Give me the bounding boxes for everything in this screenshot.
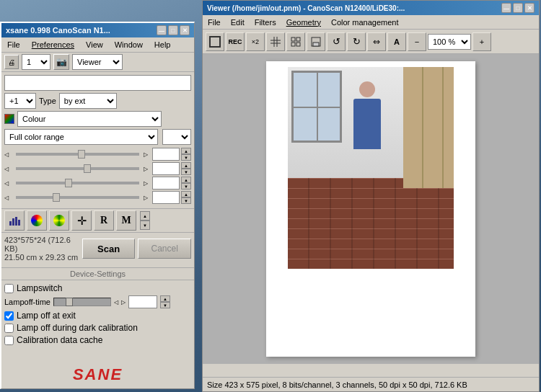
text-icon-btn[interactable]: R [94,210,114,231]
select-tool-btn[interactable] [206,32,224,51]
brightness-value-input[interactable]: 50 [152,148,180,161]
lampoff-spin-down[interactable]: ▼ [160,302,170,308]
shadow-left-arrow[interactable]: ◁ [4,195,12,201]
xsane-body: /home/jim/out.pnm +1 Type by ext Colour … [1,72,194,208]
menu-help[interactable]: Help [151,39,174,50]
gamma-spin-up[interactable]: ▲ [181,162,191,169]
menu-window[interactable]: Window [112,39,146,50]
lamp-off-dark-checkbox[interactable] [4,324,14,333]
viewer-mode-select[interactable]: Viewer Save Copy [72,54,123,70]
scan-image [288,67,454,269]
brightness-right-arrow[interactable]: ▷ [144,151,151,158]
flip-h-btn[interactable]: ⇔ [367,32,386,51]
contrast-spin-up[interactable]: ▲ [181,177,191,183]
viewer-minimize-button[interactable]: — [501,3,511,13]
shadow-value-input[interactable]: 0.0 [152,191,180,204]
viewer-menu-geometry[interactable]: Geometry [284,17,323,27]
grid2-btn[interactable] [286,32,305,51]
brightness-left-arrow[interactable]: ◁ [4,151,12,158]
zoom-x2-icon: ×2 [252,38,259,45]
save-icon [311,37,321,47]
lampoff-spin-up[interactable]: ▲ [160,295,170,302]
lampoff-left-arrow[interactable]: ◁ [114,299,118,306]
viewer-maximize-button[interactable]: □ [513,3,523,13]
cancel-button[interactable]: Cancel [138,239,191,259]
menu-file[interactable]: File [4,39,23,50]
gamma-value-input[interactable]: 1.00 [152,162,180,175]
color-select[interactable]: Colour [17,111,162,127]
scroll-down-btn[interactable]: ▼ [140,220,150,230]
icon-toolbar: ✛ R M ▲ ▼ [1,208,194,233]
size-info-section: 423*575*24 (712.6 KB) 21.50 cm x 29.23 c… [4,236,79,262]
brightness-row: ◁ ▷ 50 ▲ ▼ [4,148,191,161]
viewer-titlebar-buttons: — □ ✕ [501,3,535,13]
xsane-close-button[interactable]: ✕ [180,25,190,35]
lampoff-value-input[interactable]: 300 [128,295,157,308]
zoom-select[interactable]: 100 % 50 % 200 % [428,34,471,50]
gamma-spin-down[interactable]: ▼ [181,169,191,175]
lampoff-slider[interactable] [53,298,111,306]
camera-icon[interactable]: 📷 [53,54,69,70]
svg-rect-9 [291,37,295,41]
maximize-icon: □ [172,27,175,34]
script-icon-btn[interactable]: M [116,210,136,231]
increment-select[interactable]: +1 [4,93,36,109]
rotate-right-icon: ↻ [353,36,361,47]
lamp-off-dark-label: Lamp off during dark calibration [17,323,138,333]
zoom-out-btn[interactable]: − [408,32,426,51]
shadow-spin-up[interactable]: ▲ [181,191,191,197]
brightness-spin-down[interactable]: ▼ [181,154,191,161]
scanner-icon[interactable]: 🖨 [4,55,19,69]
lampswitch-checkbox[interactable] [4,284,14,293]
contrast-thumb[interactable] [65,179,72,187]
gamma-row: ◁ ▷ 1.00 ▲ ▼ [4,162,191,175]
svg-rect-4 [210,37,220,47]
contrast-spin-down[interactable]: ▼ [181,183,191,190]
gamma-right-arrow[interactable]: ▷ [144,166,151,172]
file-path-input[interactable]: /home/jim/out.pnm [4,75,191,91]
zoom-x2-btn[interactable]: ×2 [246,32,265,51]
lampoff-slider-thumb[interactable] [66,298,73,306]
shadow-thumb[interactable] [53,193,60,202]
xsane-maximize-button[interactable]: □ [168,25,178,35]
viewer-menu-filters[interactable]: Filters [252,17,278,27]
brightness-thumb[interactable] [78,150,85,159]
contrast-value-input[interactable]: 0.0 [152,177,180,190]
contrast-left-arrow[interactable]: ◁ [4,180,12,187]
menu-preferences[interactable]: Preferences [29,39,77,50]
lamp-off-at-exit-checkbox[interactable] [4,311,14,321]
gamma-thumb[interactable] [84,164,91,173]
calibration-cache-checkbox[interactable] [4,336,14,345]
brightness-spin-up[interactable]: ▲ [181,148,191,154]
rotate-left-btn[interactable]: ↺ [327,32,346,51]
histogram-icon-btn[interactable] [4,210,25,231]
save-btn[interactable] [307,32,325,51]
rotate-left-icon: ↺ [333,36,340,47]
xsane-minimize-button[interactable]: — [157,25,167,35]
extra-select[interactable] [162,129,191,145]
gamma-icon-btn[interactable] [49,210,69,231]
scan-button[interactable]: Scan [82,239,136,259]
shadow-spin-down[interactable]: ▼ [181,197,191,204]
viewer-menu-edit[interactable]: Edit [229,17,247,27]
gamma-left-arrow[interactable]: ◁ [4,166,12,172]
viewer-canvas[interactable] [203,54,539,364]
viewer-close-button[interactable]: ✕ [524,3,535,13]
lampoff-right-arrow[interactable]: ▷ [121,299,126,306]
color-range-select[interactable]: Full color range [4,129,158,145]
type-select[interactable]: by ext [59,93,117,109]
font-btn[interactable]: A [387,32,406,51]
rotate-right-btn[interactable]: ↻ [347,32,366,51]
grid-btn[interactable] [266,32,285,51]
color-balance-icon-btn[interactable] [27,210,47,231]
scroll-up-btn[interactable]: ▲ [140,211,150,220]
zoom-in-btn[interactable]: + [472,32,491,51]
crosshair-icon-btn[interactable]: ✛ [71,210,92,231]
shadow-right-arrow[interactable]: ▷ [144,195,151,201]
rec-tool-btn[interactable]: REC [226,32,245,51]
viewer-menu-color-management[interactable]: Color management [329,17,401,27]
contrast-right-arrow[interactable]: ▷ [144,180,151,187]
menu-view[interactable]: View [83,39,106,50]
viewer-menu-file[interactable]: File [206,17,223,27]
scan-number-select[interactable]: 1 [22,54,50,70]
